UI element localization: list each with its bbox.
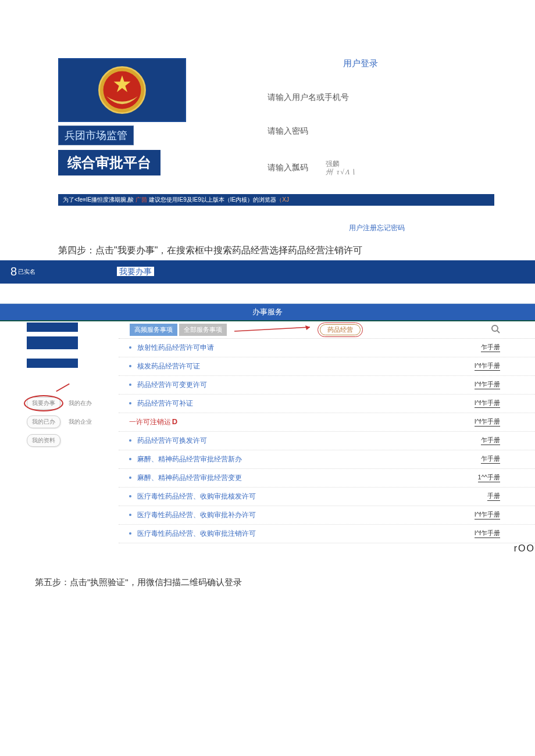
- service-item-title: 医疗毒性药品经营、收购审批注销许可: [137, 529, 475, 539]
- bullet-icon: [129, 458, 131, 460]
- service-item-row[interactable]: 医疗毒性药品经营、收购审批注销许可I^f乍手册: [119, 525, 535, 543]
- captcha-text-2: 州 τ√Λ∖: [326, 168, 356, 176]
- service-item-title: 麻醉、精神药品经营审批经营新办: [137, 454, 481, 464]
- service-item-row[interactable]: 放射性药品经营许可申请乍手册: [119, 339, 535, 357]
- register-forgot-row: 用户注册忘记密码: [349, 223, 535, 233]
- service-item-row[interactable]: 药品经营许可变更许可I^f乍手册: [119, 376, 535, 395]
- manual-link[interactable]: I^f乍手册: [475, 399, 500, 408]
- service-item-title: 药品经营许可变更许可: [137, 380, 475, 390]
- sidebar-item-woyao[interactable]: 我要办事: [27, 397, 60, 410]
- bullet-icon: [129, 495, 131, 497]
- captcha-row: 请输入瓢码 强麟 州 τ√Λ∖: [244, 160, 494, 177]
- service-item-title: 医疗毒性药品经营、收购审批补办许可: [137, 510, 475, 520]
- manual-link[interactable]: 手册: [487, 492, 500, 501]
- service-item-title: 医疗毒性药品经营、收购审批核发许可: [137, 492, 487, 501]
- manual-link[interactable]: 乍手册: [481, 454, 500, 464]
- side-stub-3: [27, 359, 78, 368]
- login-form: 用户登录 请输入用户名或手机号 请输入密码 请输入瓢码 强麟 州 τ√Λ∖: [244, 58, 494, 177]
- bullet-icon: [129, 439, 131, 442]
- service-item-row[interactable]: 医疗毒性药品经营、收购审批核发许可手册: [119, 488, 535, 506]
- service-item-title: 核发药品经营许可证: [137, 361, 475, 371]
- sidebar-item-ziliao[interactable]: 我的资料: [27, 434, 60, 447]
- captcha-input[interactable]: 请输入瓢码: [268, 163, 308, 173]
- service-item-row[interactable]: 药品经营许可补证I^f乍手册: [119, 395, 535, 413]
- username-input[interactable]: 请输入用户名或手机号: [244, 92, 494, 103]
- arrow-icon: [234, 324, 316, 335]
- bullet-icon: [129, 532, 131, 535]
- sidebar-item-qiye[interactable]: 我的企业: [69, 418, 92, 426]
- work-tab[interactable]: 我要办事: [117, 267, 154, 276]
- main-column: 高频服务事项 全部服务事项 药品经营 放射性药品经营许可申请乍手册核发药品经营许…: [119, 323, 535, 554]
- work-header: 8 已实名 我要办事: [0, 260, 535, 284]
- captcha-text-1: 强麟: [326, 160, 356, 168]
- svg-marker-4: [305, 325, 310, 330]
- filter-hot-button[interactable]: 高频服务事项: [130, 324, 177, 336]
- browser-notice-bar: 为了<fe≡IE播怛度沸期腕,酸 广茴 建议您使用IE9及IE9以上版本（IE内…: [58, 194, 494, 206]
- bullet-icon: [129, 384, 131, 386]
- square-marker: D: [172, 417, 177, 426]
- work-body: 办事服务 我要办事 我的在办 我的已办 我的企业 我的资料: [0, 303, 535, 554]
- password-input[interactable]: 请输入密码: [244, 126, 494, 137]
- service-item-row[interactable]: 核发药品经营许可证I^f乍手册: [119, 357, 535, 376]
- service-item-title: 药品经营许可补证: [137, 399, 475, 409]
- side-stub-1: [27, 323, 78, 332]
- svg-line-3: [234, 327, 310, 331]
- side-nav: 我要办事 我的在办 我的已办 我的企业 我的资料: [27, 397, 119, 447]
- service-item-row[interactable]: 药品经营许可换发许可乍手册: [119, 432, 535, 450]
- bullet-icon: [129, 476, 131, 479]
- manual-link[interactable]: 乍手册: [481, 436, 500, 445]
- manual-link[interactable]: I^f乍手册: [475, 417, 500, 427]
- service-item-row[interactable]: 麻醉、精神药品经营审批经营新办乍手册: [119, 450, 535, 469]
- manual-link[interactable]: I^f乍手册: [475, 510, 500, 519]
- service-title: 办事服务: [0, 303, 535, 321]
- step-4-text: 第四步：点击"我要办事"，在搜索框中搜索药品经营选择药品经营注销许可: [58, 245, 535, 257]
- service-item-list: 放射性药品经营许可申请乍手册核发药品经营许可证I^f乍手册药品经营许可变更许可I…: [119, 339, 535, 543]
- captcha-image[interactable]: 强麟 州 τ√Λ∖: [326, 160, 356, 177]
- filter-row: 高频服务事项 全部服务事项 药品经营: [119, 323, 535, 339]
- badge-text: 已实名: [18, 268, 35, 276]
- bullet-icon: [129, 402, 131, 404]
- search-icon[interactable]: [491, 324, 500, 335]
- bullet-icon: [129, 514, 131, 516]
- notice-part-1: 为了<fe≡IE播怛度沸期腕,酸: [63, 196, 134, 203]
- svg-line-6: [497, 331, 500, 333]
- service-item-title: 放射性药品经营许可申请: [137, 343, 481, 353]
- filter-all-button[interactable]: 全部服务事项: [179, 324, 227, 336]
- step-5-text: 第五步：点击"执照验证"，用微信扫描二维码确认登录: [35, 577, 535, 588]
- manual-link[interactable]: 1^^手册: [478, 473, 500, 482]
- login-heading: 用户登录: [227, 58, 494, 69]
- sidebar-item-yiban[interactable]: 我的已办: [27, 415, 60, 428]
- bullet-icon: [129, 346, 131, 349]
- search-tag[interactable]: 药品经营: [320, 324, 361, 335]
- national-emblem-icon: [96, 64, 148, 116]
- service-item-title: 药品经营许可换发许可: [137, 436, 481, 446]
- notice-part-4: （XJ: [276, 196, 289, 203]
- trailing-text: rOO: [514, 543, 535, 554]
- service-item-title: 一许可注销运D: [129, 417, 475, 427]
- notice-part-3: 建议您使用IE9及IE9以上版本（IE内核）的浏览器: [149, 196, 276, 203]
- forgot-password-link[interactable]: 忘记密码: [377, 224, 405, 232]
- svg-point-5: [492, 325, 498, 331]
- brand-line-1: 兵团市场监管: [58, 126, 134, 145]
- register-link[interactable]: 用户注册: [349, 224, 377, 232]
- side-column: 我要办事 我的在办 我的已办 我的企业 我的资料: [0, 323, 119, 554]
- side-stub-2: [27, 336, 78, 349]
- manual-link[interactable]: I^f乍手册: [475, 380, 500, 389]
- notice-part-2: 广茴: [134, 196, 149, 203]
- service-item-row[interactable]: 麻醉、精神药品经营审批经营变更1^^手册: [119, 469, 535, 488]
- national-emblem-box: [58, 58, 186, 122]
- service-item-title: 麻醉、精神药品经营审批经营变更: [137, 473, 478, 483]
- manual-link[interactable]: I^f乍手册: [475, 529, 500, 538]
- service-item-row[interactable]: 医疗毒性药品经营、收购审批补办许可I^f乍手册: [119, 506, 535, 525]
- manual-link[interactable]: I^f乍手册: [475, 361, 500, 371]
- login-section: 兵团市场监管 综合审批平台 用户登录 请输入用户名或手机号 请输入密码 请输入瓢…: [0, 0, 535, 188]
- brand-line-2: 综合审批平台: [58, 150, 160, 175]
- bullet-icon: [129, 365, 131, 367]
- sidebar-item-zaiban[interactable]: 我的在办: [69, 399, 92, 407]
- badge-number: 8: [10, 265, 17, 278]
- manual-link[interactable]: 乍手册: [481, 343, 500, 352]
- service-item-row[interactable]: 一许可注销运DI^f乍手册: [119, 413, 535, 432]
- brand-column: 兵团市场监管 综合审批平台: [58, 58, 209, 177]
